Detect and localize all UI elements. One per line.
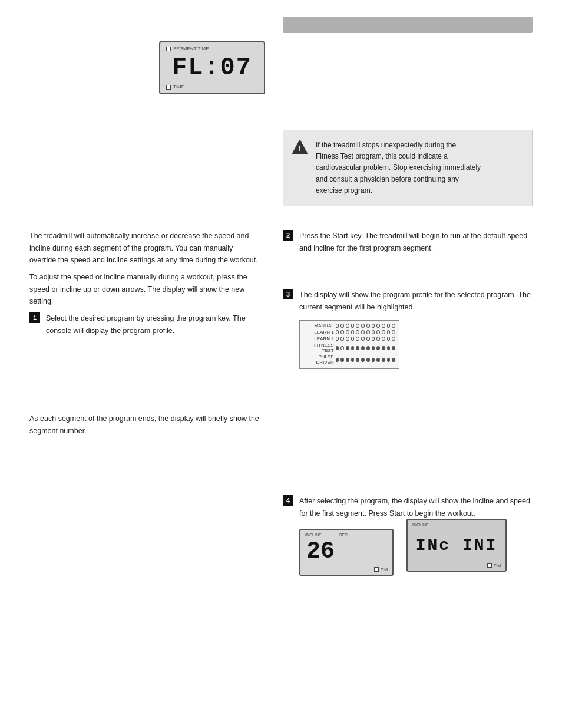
incline-top-labels: INCLINE SEC — [305, 533, 348, 537]
fitness-label: FITNESS TEST — [303, 342, 334, 353]
program-row-learn1: LEARN 1 — [303, 330, 395, 335]
inc-ini-display-container: INCLINE INc INI TIM — [406, 519, 515, 575]
inc-ini-top-label: INCLINE — [412, 523, 429, 527]
para-1: The treadmill will automatically increas… — [29, 230, 259, 266]
left-col-para3: As each segment of the program ends, the… — [29, 413, 259, 437]
program-table-container: MANUAL LEARN 1 LEARN 2 FITNESS TEST — [299, 320, 533, 369]
incline-label: INCLINE — [305, 533, 322, 537]
step-2-bullet: 2 — [283, 230, 293, 241]
header-bar — [283, 17, 533, 33]
left-col-para2: To adjust the speed or incline manually … — [29, 271, 259, 316]
program-row-pulse: PULSE DRIVEN — [303, 354, 395, 365]
program-row-fitness: FITNESS TEST — [303, 342, 395, 353]
svg-text:!: ! — [299, 144, 302, 153]
warning-text: If the treadmill stops unexpectedly duri… — [316, 140, 523, 196]
step-3-row: 3 The display will show the program prof… — [283, 289, 533, 313]
incline-display: INCLINE SEC 26 TIM — [299, 529, 394, 576]
step-3-bullet: 3 — [283, 289, 293, 299]
page: SEGMENT TIME FL:07 TIME ! If the treadmi… — [0, 0, 562, 728]
warning-box: ! If the treadmill stops unexpectedly du… — [283, 130, 533, 206]
program-row-manual: MANUAL — [303, 323, 395, 328]
display-number: FL:07 — [172, 54, 252, 82]
program-table: MANUAL LEARN 1 LEARN 2 FITNESS TEST — [299, 320, 399, 369]
inc-ini-text: INc INI — [416, 536, 498, 555]
pulse-label: PULSE DRIVEN — [303, 354, 334, 365]
step-4-row: 4 After selecting the program, the displ… — [283, 495, 533, 519]
step-2-row: 2 Press the Start key. The treadmill wil… — [283, 230, 533, 254]
inc-ini-box: INCLINE INc INI TIM — [406, 519, 507, 572]
step-1-row: 1 Select the desired program by pressing… — [29, 312, 259, 337]
left-col-para: The treadmill will automatically increas… — [29, 230, 259, 275]
program-row-learn2: LEARN 2 — [303, 336, 395, 341]
left-col-step1: 1 Select the desired program by pressing… — [29, 312, 259, 340]
step-4-text: After selecting the program, the display… — [299, 495, 533, 519]
right-col-step2: 2 Press the Start key. The treadmill wil… — [283, 230, 533, 258]
step-1-text: Select the desired program by pressing t… — [46, 312, 259, 337]
segment-time-label: SEGMENT TIME — [166, 46, 209, 51]
right-col-step3: 3 The display will show the program prof… — [283, 289, 533, 369]
incline-bottom-label: TIM — [374, 567, 388, 572]
step-2-text: Press the Start key. The treadmill will … — [299, 230, 533, 254]
para-2: To adjust the speed or incline manually … — [29, 271, 259, 308]
step-3-text: The display will show the program profil… — [299, 289, 533, 313]
learn2-label: LEARN 2 — [303, 336, 334, 341]
manual-label: MANUAL — [303, 323, 334, 328]
incline-number: 26 — [306, 538, 335, 565]
step-4-bullet: 4 — [283, 495, 293, 506]
display-fl07: SEGMENT TIME FL:07 TIME — [159, 41, 271, 100]
sec-label: SEC — [339, 533, 348, 537]
inc-ini-bottom-label: TIM — [487, 563, 501, 568]
warning-icon: ! — [292, 139, 308, 155]
para-3: As each segment of the program ends, the… — [29, 413, 259, 437]
learn1-label: LEARN 1 — [303, 330, 334, 335]
time-label: TIME — [166, 84, 184, 90]
